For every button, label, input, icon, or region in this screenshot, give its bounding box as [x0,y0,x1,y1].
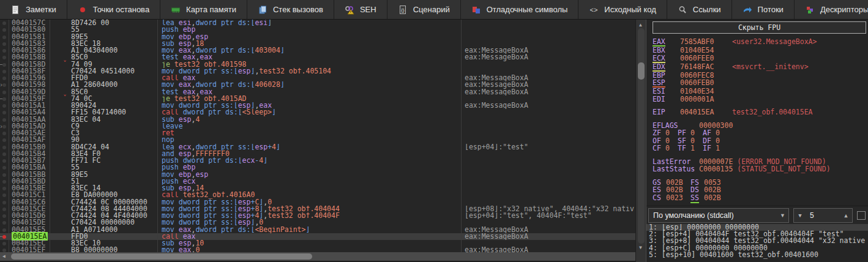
gutter-dot[interactable] [2,118,6,122]
breakpoint-gutter[interactable] [0,137,9,143]
tab-symbols[interactable]: Отладочные символы [461,0,579,19]
breakpoint-gutter[interactable] [0,40,9,47]
gutter-dot[interactable] [2,28,6,32]
gutter-dot[interactable] [2,83,6,87]
gutter-dot[interactable] [2,111,6,114]
scroll-left-icon[interactable]: ◀ [2,252,6,261]
disasm-row[interactable]: 0040159D 85C0test eax,eaxeax:MessageBoxA [0,89,635,95]
breakpoint-gutter[interactable] [0,219,9,226]
tab-handles[interactable]: Дескрипторы [795,0,868,19]
gutter-dot[interactable] [2,49,6,53]
register-value[interactable]: 0000001A [680,95,732,103]
disasm-row[interactable]: 004015B7 FF71 FCpush dword ptr ds:[ecx-4… [0,157,635,164]
breakpoint-gutter[interactable] [0,240,9,247]
disasm-row[interactable]: 0040158F C70424 04514000mov dword ptr ss… [0,68,635,75]
breakpoint-gutter[interactable] [0,164,9,171]
breakpoint-gutter[interactable] [0,247,9,252]
tab-threads[interactable]: Потоки [732,0,795,19]
gutter-dot[interactable] [2,242,6,245]
gutter-dot[interactable] [2,21,6,25]
disasm-hscroll-thumb[interactable] [11,253,312,260]
segment-value[interactable]: 002B [704,186,728,194]
gutter-dot[interactable] [2,146,6,149]
disasm-row[interactable]: 004015AA 83EC 04sub esp,4 [0,116,635,123]
breakpoint-gutter[interactable] [0,212,9,219]
gutter-dot[interactable] [2,214,6,218]
stack-argument-row[interactable]: 5: [esp+10] 00401600 test32_obf.00401600 [646,252,868,258]
gutter-dot[interactable] [2,159,6,163]
calling-convention-select[interactable]: По умолчанию (stdcall) ▼ [648,208,789,223]
gutter-dot[interactable] [2,180,6,184]
gutter-dot[interactable] [2,77,6,80]
breakpoint-gutter[interactable] [0,151,9,157]
breakpoint-gutter[interactable] [0,102,9,109]
argument-count-stepper[interactable]: ▼ 5 ▲ [793,208,853,223]
gutter-dot[interactable] [2,193,6,197]
breakpoint-gutter[interactable] [0,68,9,75]
vscroll-track[interactable] [638,28,645,244]
register-value[interactable]: 0060FEB0 [680,79,732,88]
disasm-row[interactable]: 0040158B 85C0test eax,eaxeax:MessageBoxA [0,54,635,61]
tab-notes[interactable]: Заметки [0,0,67,19]
gutter-dot[interactable] [2,91,6,94]
breakpoint-gutter[interactable] [0,95,9,102]
disasm-hscrollbar[interactable]: ◀ [0,252,635,261]
gutter-dot[interactable] [2,208,6,211]
gutter-dot[interactable] [2,201,6,204]
disasm-row[interactable]: 004015EF B8 00000000mov eax,0eax:Message… [0,247,635,252]
gutter-dot[interactable] [2,228,6,232]
register-value[interactable]: 76148FAC [680,63,732,72]
breakpoint-gutter[interactable]: › [0,123,9,130]
lock-checkbox[interactable] [857,211,866,220]
tab-memory-map[interactable]: Карта памяти [160,0,247,19]
gutter-dot[interactable] [2,104,6,108]
breakpoint-gutter[interactable] [0,233,9,240]
gutter-dot[interactable] [2,36,6,39]
breakpoint-gutter[interactable] [0,20,9,26]
flag-value[interactable]: 1 [716,144,728,152]
stepper-down-icon[interactable]: ▼ [794,212,806,219]
breakpoint-gutter[interactable] [0,34,9,40]
disasm-row[interactable]: 00401580 55push ebp [0,26,635,33]
breakpoint-icon[interactable] [2,235,6,239]
flag-value[interactable]: 0 [665,144,678,152]
tab-call-stack[interactable]: Стек вызовов [247,0,334,19]
gutter-dot[interactable] [2,138,6,142]
breakpoint-gutter[interactable] [0,192,9,198]
gutter-dot[interactable] [2,187,6,190]
gutter-dot[interactable] [2,221,6,225]
register-value[interactable]: 0060FEE0 [680,54,732,63]
breakpoint-gutter[interactable] [0,171,9,178]
gutter-dot[interactable] [2,42,6,46]
gutter-dot[interactable] [2,63,6,67]
disasm-row[interactable]: ›004015AD C9leave [0,123,635,130]
gutter-dot[interactable] [2,173,6,177]
gutter-dot[interactable] [2,132,6,135]
disasm-vscrollbar[interactable]: ▲ ▼ [635,20,646,262]
breakpoint-gutter[interactable] [0,47,9,54]
tab-source-code[interactable]: <>Исходный код [578,0,667,19]
register-value[interactable]: 01040E34 [680,88,732,95]
disasm-vscroll-thumb[interactable] [638,62,645,80]
breakpoint-gutter[interactable] [0,185,9,192]
segment-value[interactable]: 002B [704,194,728,202]
flag-value[interactable]: 0 [716,129,728,137]
breakpoint-gutter[interactable] [0,130,9,137]
tab-script[interactable]: {}Сценарий [387,0,461,19]
breakpoint-gutter[interactable] [0,61,9,68]
gutter-dot[interactable] [2,125,6,129]
disasm-row[interactable]: 004015BB 89E5mov ebp,esp [0,171,635,178]
gutter-dot[interactable] [2,166,6,170]
register-value[interactable]: 01040E54 [680,47,732,54]
disasm-row[interactable]: 004015E5 A1 A0714000mov eax,dword ptr ds… [0,226,635,233]
breakpoint-gutter[interactable] [0,89,9,95]
segment-value[interactable]: 002B [666,186,690,194]
breakpoint-gutter[interactable] [0,109,9,116]
disasm-row[interactable]: ›00401598 A1 28604000mov eax,dword ptr d… [0,81,635,88]
disasm-row[interactable]: 004015AE C3ret [0,130,635,137]
hide-fpu-button[interactable]: Скрыть FPU [653,21,866,34]
last-value[interactable]: C0000135 [699,165,733,173]
breakpoint-gutter[interactable] [0,116,9,123]
disasm-row[interactable]: 0040157C 8D7426 00lea esi,dword ptr ds:[… [0,20,635,26]
breakpoint-gutter[interactable] [0,144,9,151]
